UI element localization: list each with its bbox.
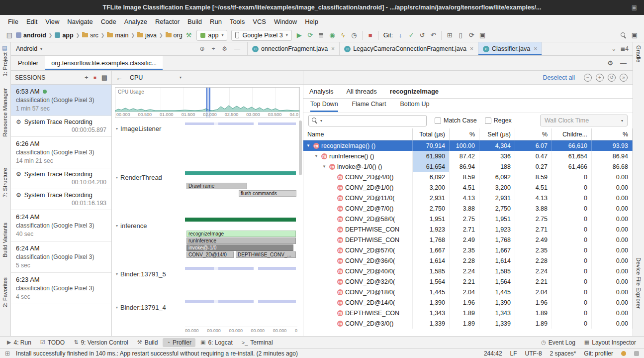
- column-header[interactable]: Name: [303, 128, 413, 140]
- settings-icon[interactable]: ⚙: [607, 59, 613, 67]
- session-item[interactable]: 6:24 AM classification (Google Pixel 3) …: [11, 241, 111, 273]
- tool-window-project[interactable]: 1: Project: [2, 52, 8, 77]
- menu-file[interactable]: File: [4, 16, 22, 27]
- breadcrumb-item[interactable]: org: [165, 32, 184, 39]
- editor-tab[interactable]: c onnectionFragment.java ×: [248, 42, 340, 55]
- device-dropdown[interactable]: Google Pixel 3 ▾: [231, 30, 291, 41]
- tool-window-button-todo[interactable]: ☑TODO: [36, 338, 69, 347]
- trace-event-runinference[interactable]: runInference: [186, 238, 296, 244]
- tool-window-button-event-log[interactable]: ◷Event Log: [537, 338, 579, 347]
- apply-code-changes-button[interactable]: ϟ: [338, 30, 349, 41]
- tool-window-button-terminal[interactable]: >_Terminal: [238, 338, 277, 347]
- zoom-in-icon[interactable]: +: [596, 74, 604, 82]
- table-row[interactable]: mCONV_2D@7/0() 2,750 3.88 2,750 3.88 0 0…: [303, 203, 633, 214]
- editor-tab[interactable]: c Classifier.java ×: [478, 42, 542, 55]
- profiler-type-dropdown[interactable]: CPU ▾: [128, 74, 184, 81]
- sync-project-icon[interactable]: ⟳: [466, 30, 477, 41]
- git-commit-button[interactable]: ✓: [406, 30, 417, 41]
- menu-run[interactable]: Run: [206, 16, 226, 27]
- project-view-selector[interactable]: Android: [16, 45, 37, 52]
- collapse-icon[interactable]: ▾: [116, 305, 118, 310]
- thread-row-binder5[interactable]: ▾ Binder:13791_5: [116, 270, 166, 278]
- trace-event-flush-commands[interactable]: flush commands: [239, 190, 296, 197]
- thread-row-renderthread[interactable]: ▾ RenderThread: [116, 174, 162, 181]
- notifications-icon[interactable]: [621, 351, 626, 356]
- subtab-bottom-up[interactable]: Bottom Up: [400, 101, 429, 112]
- breadcrumb-item[interactable]: android: [15, 32, 47, 39]
- run-button[interactable]: ▶: [294, 30, 305, 41]
- tool-window-button-profiler[interactable]: ◔Profiler: [163, 338, 195, 347]
- reset-zoom-icon[interactable]: ↺: [608, 74, 616, 82]
- apply-changes-button[interactable]: ⟳: [305, 30, 316, 41]
- thread-activity-bar[interactable]: [185, 218, 296, 222]
- thread-activity-bar[interactable]: [185, 171, 296, 175]
- device-manager-icon[interactable]: ▯: [455, 30, 466, 41]
- run-configurations-icon[interactable]: ≣: [316, 30, 327, 41]
- tab-recognizeimage[interactable]: recognizeImage: [390, 88, 439, 95]
- thread-activity-bar[interactable]: [185, 267, 296, 270]
- git-rollback-button[interactable]: ↶: [428, 30, 439, 41]
- tool-window-resource-manager[interactable]: Resource Manager: [2, 88, 8, 137]
- table-row[interactable]: mCONV_2D@36/0( 1,614 2.28 1,614 2.28 0 0…: [303, 255, 633, 266]
- column-header[interactable]: %: [515, 128, 552, 140]
- table-row[interactable]: mCONV_2D@4/0() 6,092 8.59 6,092 8.59 0 0…: [303, 172, 633, 182]
- tool-windows-icon[interactable]: ⊞: [444, 30, 455, 41]
- thread-activity-bar[interactable]: [185, 122, 296, 125]
- table-row[interactable]: mCONV_2D@1/0() 3,200 4.51 3,200 4.51 0 0…: [303, 182, 633, 193]
- table-row[interactable]: mCONV_2D@14/0( 1,390 1.96 1,390 1.96 0 0…: [303, 297, 633, 308]
- column-header[interactable]: %: [450, 128, 479, 140]
- back-arrow-icon[interactable]: ←: [116, 74, 123, 82]
- tab-all-threads[interactable]: All threads: [346, 88, 376, 95]
- session-item[interactable]: 6:26 AM classification (Google Pixel 3) …: [11, 137, 111, 168]
- expand-arrow-icon[interactable]: ▼: [322, 164, 328, 169]
- layout-validation-icon[interactable]: ▣: [629, 30, 640, 41]
- table-row[interactable]: mCONV_2D@58/0( 1,951 2.75 1,951 2.75 0 0…: [303, 214, 633, 224]
- column-header[interactable]: Self (μs): [479, 128, 515, 140]
- subtab-top-down[interactable]: Top Down: [310, 101, 338, 112]
- status-item[interactable]: LF: [510, 350, 517, 357]
- column-header[interactable]: %: [592, 128, 633, 140]
- collapse-sessions-icon[interactable]: ▤: [101, 74, 107, 81]
- column-header[interactable]: Total (μs): [413, 128, 450, 140]
- deselect-all-link[interactable]: Deselect all: [543, 74, 575, 81]
- table-row[interactable]: mDEPTHWISE_CON 1,923 2.71 1,923 2.71 0 0…: [303, 224, 633, 235]
- tool-window-button-build[interactable]: ⚒Build: [133, 338, 162, 347]
- table-row[interactable]: mCONV_2D@57/0( 1,667 2.35 1,667 2.35 0 0…: [303, 245, 633, 255]
- collapse-icon[interactable]: ▾: [116, 126, 118, 131]
- menu-build[interactable]: Build: [184, 16, 206, 27]
- collapse-icon[interactable]: ▾: [116, 175, 118, 180]
- regex-checkbox[interactable]: Regex: [485, 117, 512, 124]
- thread-activity-bar[interactable]: [185, 300, 296, 303]
- table-row[interactable]: mDEPTHWISE_CON 1,343 1.89 1,343 1.89 0 0…: [303, 308, 633, 318]
- session-item[interactable]: 6:23 AM classification (Google Pixel 3) …: [11, 273, 111, 304]
- table-row[interactable]: mCONV_2D@40/0( 1,585 2.24 1,585 2.24 0 0…: [303, 266, 633, 276]
- chevron-down-icon[interactable]: ⌄: [611, 45, 616, 52]
- search-everywhere-icon[interactable]: [618, 30, 629, 41]
- git-update-button[interactable]: ↓: [395, 30, 406, 41]
- make-project-icon[interactable]: ⚒: [184, 30, 194, 41]
- subtab-flame-chart[interactable]: Flame Chart: [352, 101, 386, 112]
- menu-refactor[interactable]: Refactor: [151, 16, 184, 27]
- menu-help[interactable]: Help: [301, 16, 322, 27]
- zoom-to-selection-icon[interactable]: »: [620, 74, 628, 82]
- menu-tools[interactable]: Tools: [226, 16, 249, 27]
- debug-button[interactable]: ◉: [327, 30, 338, 41]
- clock-type-dropdown[interactable]: Wall Clock Time ▾: [540, 115, 628, 126]
- thread-row-imagelistener[interactable]: ▾ ImageListener: [116, 125, 161, 132]
- menu-navigate[interactable]: Navigate: [63, 16, 96, 27]
- status-message[interactable]: Install successfully finished in 140 ms.…: [16, 350, 484, 357]
- editor-tab[interactable]: c LegacyCameraConnectionFragment.java ×: [340, 42, 478, 55]
- tool-window-button-version-control[interactable]: ⇅9: Version Control: [70, 338, 132, 347]
- expand-arrow-icon[interactable]: ▼: [306, 143, 312, 148]
- close-tab-icon[interactable]: ×: [331, 45, 335, 52]
- menu-window[interactable]: Window: [270, 16, 301, 27]
- status-item[interactable]: Git: profiler: [584, 350, 613, 357]
- expand-arrow-icon[interactable]: ▼: [314, 154, 320, 158]
- tool-window-structure[interactable]: 7: Structure: [2, 168, 8, 197]
- toolwindow-switcher-icon[interactable]: ⊞: [5, 350, 10, 357]
- collapse-icon[interactable]: ▾: [116, 224, 118, 228]
- stop-session-icon[interactable]: ■: [93, 75, 96, 80]
- hide-panel-icon[interactable]: —: [232, 45, 242, 52]
- sdk-manager-icon[interactable]: ▣: [477, 30, 488, 41]
- profile-button[interactable]: ◷: [349, 30, 360, 41]
